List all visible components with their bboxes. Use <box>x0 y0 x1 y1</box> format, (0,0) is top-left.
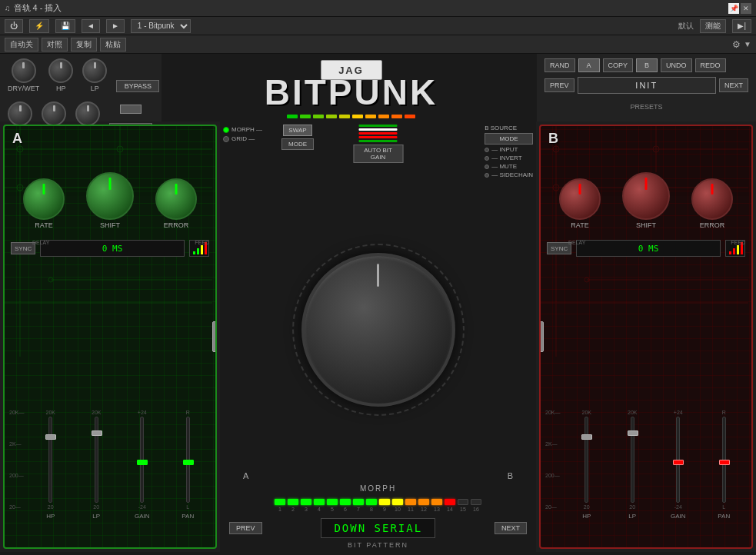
swap-button[interactable]: SWAP <box>283 125 311 136</box>
next-bit-button[interactable]: NEXT <box>495 522 527 534</box>
step-led-9[interactable] <box>379 499 390 505</box>
step-led-8[interactable] <box>366 499 377 505</box>
step-num-10: 10 <box>392 507 403 512</box>
auto-bit-button[interactable]: AUTO BIT GAIN <box>353 145 403 163</box>
gain-slider-a[interactable] <box>140 417 144 503</box>
dry-wet-knob-group: DRY/WET <box>8 58 39 92</box>
prev-track-button[interactable]: ◄ <box>82 19 100 33</box>
copy-preset-button[interactable]: COPY <box>603 58 634 72</box>
presets-section-label: PRESETS <box>545 98 748 112</box>
rate-label-b: RATE <box>571 221 588 229</box>
morph-knob[interactable] <box>301 253 455 407</box>
paste-button[interactable]: 粘贴 <box>100 38 126 52</box>
hp-slider-thumb-b[interactable] <box>581 434 592 440</box>
pan-slider-thumb-b[interactable] <box>719 460 730 465</box>
close-button[interactable]: ✕ <box>741 3 751 14</box>
prev-preset-button[interactable]: PREV <box>545 78 574 92</box>
rand-button[interactable]: RAND <box>545 58 575 72</box>
step-led-4[interactable] <box>314 499 325 505</box>
shift-knob-a[interactable] <box>86 172 134 220</box>
track-select[interactable]: 1 - Bitpunk <box>131 19 191 33</box>
step-led-7[interactable] <box>353 499 364 505</box>
auto-off-button[interactable]: 自动关 <box>5 38 38 52</box>
panel-a-connector <box>212 321 217 352</box>
svg-rect-12 <box>201 245 203 254</box>
hp-slider-b[interactable] <box>584 417 588 503</box>
hp-knob[interactable] <box>48 58 73 83</box>
preset-section: RAND A COPY B UNDO REDO PREV INIT NEXT P… <box>537 54 756 121</box>
test-button[interactable]: 测能 <box>700 19 726 33</box>
gain-slider-b[interactable] <box>676 417 680 503</box>
hp-slider-thumb-a[interactable] <box>45 434 56 440</box>
rate-knob-b[interactable] <box>559 178 601 220</box>
step-led-12[interactable] <box>418 499 429 505</box>
step-num-11: 11 <box>405 507 416 512</box>
power-button[interactable]: ⏻ <box>5 19 23 33</box>
dry-wet-knob[interactable] <box>12 58 36 83</box>
step-led-3[interactable] <box>301 499 311 505</box>
lp-freq-label-a: 20K <box>92 410 101 415</box>
gain-slider-thumb-a[interactable] <box>137 460 148 465</box>
pan-slider-thumb-a[interactable] <box>183 460 194 465</box>
play-button[interactable]: ▶| <box>732 19 751 33</box>
shift-knob-b[interactable] <box>622 172 670 220</box>
error-knob-b[interactable] <box>691 178 733 220</box>
lp-slider-thumb-a[interactable] <box>92 430 102 436</box>
save-button[interactable]: 💾 <box>55 19 75 33</box>
error-knob-a[interactable] <box>155 178 197 220</box>
step-led-16[interactable] <box>471 499 481 505</box>
dot-9 <box>391 115 402 118</box>
step-led-14[interactable] <box>445 499 455 505</box>
step-num-8: 8 <box>366 507 377 512</box>
b-button[interactable]: B <box>636 58 658 72</box>
preset-row-1: RAND A COPY B UNDO REDO <box>545 58 748 72</box>
pan-slider-a[interactable] <box>186 417 190 503</box>
rate-knob-group-b: RATE <box>559 178 601 229</box>
step-led-6[interactable] <box>340 499 351 505</box>
compare-button[interactable]: 对照 <box>42 38 68 52</box>
gain-slider-col-b: +24 -24 <box>657 410 700 510</box>
error-knob-group-a: ERROR <box>155 178 197 229</box>
title-bar: ♫ 音轨 4 - 插入 📌 ✕ <box>0 0 756 17</box>
header-left-section: DRY/WET HP LP BYPASS PRESS <box>0 54 165 121</box>
step-led-13[interactable] <box>431 499 442 505</box>
gain-slider-thumb-b[interactable] <box>673 460 684 465</box>
step-led-11[interactable] <box>405 499 416 505</box>
step-led-2[interactable] <box>288 499 298 505</box>
redo-button[interactable]: REDO <box>695 58 726 72</box>
hp-slider-a[interactable] <box>48 417 52 503</box>
copy-button[interactable]: 复制 <box>71 38 97 52</box>
lp-slider-a[interactable] <box>95 417 98 503</box>
lp-knob-group: LP <box>82 58 107 92</box>
delay-label-b: DELAY <box>568 240 585 245</box>
svg-rect-10 <box>193 251 195 254</box>
step-led-5[interactable] <box>327 499 338 505</box>
next-track-button[interactable]: ► <box>106 19 125 33</box>
cable-red-2 <box>359 136 398 138</box>
pin-button[interactable]: 📌 <box>728 3 739 14</box>
grid-label: GRID — <box>231 135 255 142</box>
step-led-1[interactable] <box>275 499 285 505</box>
plugin-header: DRY/WET HP LP BYPASS PRESS <box>0 54 756 121</box>
b-source-label: B SOURCE <box>485 125 517 131</box>
pan-bot-label-a: PAN <box>167 513 210 520</box>
lp-slider-thumb-b[interactable] <box>628 430 638 436</box>
b-source-mode-button[interactable]: MODE <box>485 133 533 145</box>
prev-bit-button[interactable]: PREV <box>229 522 262 534</box>
midi-button[interactable]: ⚡ <box>29 19 49 33</box>
step-led-10[interactable] <box>392 499 403 505</box>
rate-knob-a[interactable] <box>23 178 65 220</box>
lp-slider-col-b: 20K 20 <box>611 410 654 510</box>
a-button[interactable]: A <box>578 58 600 72</box>
bypass-button[interactable]: BYPASS <box>116 80 159 92</box>
lp-slider-b[interactable] <box>631 417 634 503</box>
delay-label-a: DELAY <box>32 240 49 245</box>
undo-button[interactable]: UNDO <box>661 58 692 72</box>
lp-knob[interactable] <box>82 58 107 83</box>
next-preset-button[interactable]: NEXT <box>719 78 748 92</box>
step-led-15[interactable] <box>458 499 468 505</box>
panel-a-label: A <box>12 131 22 147</box>
clip-toggle[interactable] <box>120 105 142 114</box>
mode-button[interactable]: MODE <box>281 138 314 150</box>
pan-slider-b[interactable] <box>722 417 726 503</box>
